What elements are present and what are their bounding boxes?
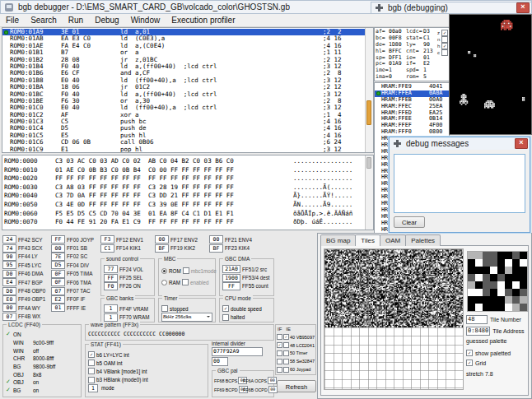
disasm-row[interactable]: ROM0:01B8 E0 40 ld (ff00+40),a ;lcd ctrl…	[2, 77, 366, 84]
io-register-value[interactable]: F0	[104, 282, 118, 290]
register-value[interactable]: 5	[423, 74, 441, 81]
hexdump-row[interactable]: ROM0:0010 01 AE C0 0B B3 C0 0B B4 C0 00 …	[2, 166, 366, 175]
vram-tab[interactable]: OAM	[380, 234, 406, 246]
hexdump-row[interactable]: ROM0:0040 C3 7D 0A FF FF FF FF FF C3 DD …	[2, 192, 366, 201]
menu-item[interactable]: Run	[63, 16, 89, 25]
hexdump-row[interactable]: ROM0:0050 C3 4E 0D FF FF FF FF FF C3 39 …	[2, 201, 366, 210]
disasm-row[interactable]: ROM0:01BC F0 40 ld a,(ff00+40) ;lcd ctrl…	[2, 91, 366, 98]
timer-rate-dropdown[interactable]: 8kHz 256clks	[161, 313, 212, 322]
io-register-value[interactable]: 74	[2, 244, 16, 253]
menu-item[interactable]: Execution profiler	[166, 16, 240, 25]
io-register-value[interactable]: 01	[51, 304, 65, 312]
if-checkbox[interactable]	[277, 367, 282, 373]
register-value[interactable]: 0	[389, 74, 406, 81]
disasm-row[interactable]: ROM0:01B1 B7 or a ;1 11	[2, 49, 366, 56]
io-register-value[interactable]: E4	[2, 278, 16, 286]
hexdump-scrollbar[interactable]	[365, 155, 373, 230]
if-checkbox[interactable]: ✓	[277, 342, 282, 348]
hexdump-row[interactable]: ROM0:0060 F5 E5 D5 C5 CD 70 04 3E 01 EA …	[2, 210, 366, 219]
if-checkbox[interactable]	[277, 334, 282, 340]
io-register-value[interactable]: 24	[2, 235, 16, 244]
flag-checkbox[interactable]: ✓	[441, 30, 448, 36]
hexdump-row[interactable]: ROM0:0020 FF FF FF FF FF FF FF FF FF FF …	[2, 174, 366, 183]
vram-tab[interactable]: BG map	[320, 234, 356, 246]
io-register-value[interactable]: D5	[51, 261, 65, 269]
stat-checkbox[interactable]	[88, 360, 95, 366]
io-register-value[interactable]: D0	[2, 270, 16, 278]
timer-stopped-checkbox[interactable]	[161, 305, 168, 312]
io-register-value[interactable]: E2	[51, 295, 65, 304]
mbc-rom-radio[interactable]	[161, 268, 167, 274]
io-register-value[interactable]: 00	[155, 235, 169, 244]
mbc-ram-radio[interactable]	[161, 280, 167, 285]
io-register-value[interactable]: 0F	[51, 270, 65, 278]
stat-checkbox[interactable]	[88, 368, 95, 374]
cpu-mode-checkbox[interactable]: ✓	[222, 305, 229, 312]
io-register-value[interactable]: C1	[100, 244, 114, 253]
io-register-value[interactable]: 00	[51, 244, 65, 253]
ie-checkbox[interactable]	[283, 350, 289, 356]
io-register-value[interactable]: 7E	[51, 253, 65, 261]
internal-divider-value[interactable]: 077F92A9	[212, 347, 263, 356]
menu-item[interactable]: Search	[25, 16, 63, 25]
io-register-value[interactable]: 00	[209, 235, 223, 244]
stat-mode-value[interactable]: 1	[88, 384, 98, 392]
io-register-value[interactable]: D0	[2, 287, 16, 295]
io-register-value[interactable]: 07	[2, 313, 16, 321]
disasm-scrollbar[interactable]	[365, 28, 373, 152]
disasm-row[interactable]: ROM0:01C2 AF xor a ;1 4	[2, 112, 366, 118]
io-register-value[interactable]: FF	[51, 235, 65, 244]
io-register-value[interactable]: E0	[2, 295, 16, 304]
menu-item[interactable]: Debug	[89, 16, 124, 25]
menu-item[interactable]: File	[0, 16, 25, 25]
io-register-value[interactable]: 77	[104, 265, 118, 273]
hexdump-row[interactable]: ROM0:0070 F0 44 FE 91 20 FA E1 C9 FF FF …	[2, 218, 366, 227]
cpu-mode-checkbox[interactable]	[222, 314, 229, 321]
flag-checkbox[interactable]: ✓	[441, 43, 448, 49]
tile-sheet-canvas[interactable]	[324, 248, 464, 390]
io-register-value[interactable]: 95	[2, 261, 16, 269]
menu-item[interactable]: Window	[125, 16, 166, 25]
flag-checkbox[interactable]	[441, 36, 448, 43]
disasm-row[interactable]: ROM0:01C5 E5 push hl ;4 16	[2, 132, 366, 139]
debug-close-icon[interactable]	[515, 138, 528, 149]
debug-messages-list[interactable]	[394, 154, 525, 213]
hexdump-row[interactable]: ROM0:0000 C3 03 AC C0 03 AD C0 02 AB C0 …	[2, 157, 366, 166]
vram-tab[interactable]: Tiles	[355, 234, 380, 246]
clear-button[interactable]: Clear	[394, 216, 425, 228]
mbc-enabled-checkbox[interactable]	[182, 279, 189, 285]
io-register-value[interactable]: FF	[104, 274, 118, 282]
tile-address-value[interactable]: 0:8480	[466, 327, 490, 336]
flag-checkbox[interactable]	[441, 49, 448, 56]
grid-checkbox[interactable]: ✓	[466, 360, 473, 366]
ie-checkbox[interactable]	[283, 359, 289, 364]
disasm-row[interactable]: ROM0:01B4 F0 40 ld a,(ff00+40) ;lcd ctrl…	[2, 63, 366, 70]
tile-number-value[interactable]: 48	[466, 315, 488, 324]
game-close-icon[interactable]	[516, 2, 530, 13]
ie-checkbox[interactable]	[283, 342, 289, 348]
io-register-value[interactable]: 1	[104, 304, 118, 313]
disasm-row[interactable]: ROM0:01AE FA E4 C0 ld a,(C0E4) ;4 16	[2, 43, 366, 49]
show-paletted-checkbox[interactable]: ✓	[466, 350, 473, 356]
refresh-button[interactable]: Refresh	[277, 380, 316, 392]
disasm-scrollbar-thumb[interactable]	[366, 100, 371, 125]
io-register-value[interactable]: FF	[222, 282, 240, 290]
mbc1mode-checkbox[interactable]	[183, 267, 189, 274]
disasm-row[interactable]: ROM0:01A9 3E 01 ld a,01 ;2 2	[2, 29, 366, 35]
io-register-value[interactable]: 0F	[51, 278, 65, 286]
disasm-row[interactable]: ROM0:01C0 E0 40 ld (ff00+40),a ;lcd ctrl…	[2, 104, 366, 111]
disasm-row[interactable]: ROM0:01AB EA E3 C0 ld (C0E3),a ;4 16	[2, 35, 366, 42]
io-register-value[interactable]: 00	[2, 304, 16, 312]
io-register-value[interactable]: 1900	[222, 274, 240, 282]
io-register-value[interactable]: 1	[104, 313, 118, 322]
ie-checkbox[interactable]	[283, 367, 289, 373]
hexdump-row[interactable]: ROM0:0030 C3 A8 03 FF FF FF FF FF C3 28 …	[2, 183, 366, 193]
io-register-value[interactable]: BF	[209, 244, 223, 253]
internal-divider-value2[interactable]: 00	[212, 357, 228, 366]
gbc-pal-value[interactable]: 00	[268, 377, 277, 384]
vram-tab[interactable]: Palettes	[405, 234, 441, 246]
if-checkbox[interactable]	[277, 359, 282, 364]
io-register-value[interactable]: 07	[51, 287, 65, 295]
io-register-value[interactable]: 90	[2, 253, 16, 261]
disasm-row[interactable]: ROM0:01C4 D5 push de ;4 16	[2, 125, 366, 132]
